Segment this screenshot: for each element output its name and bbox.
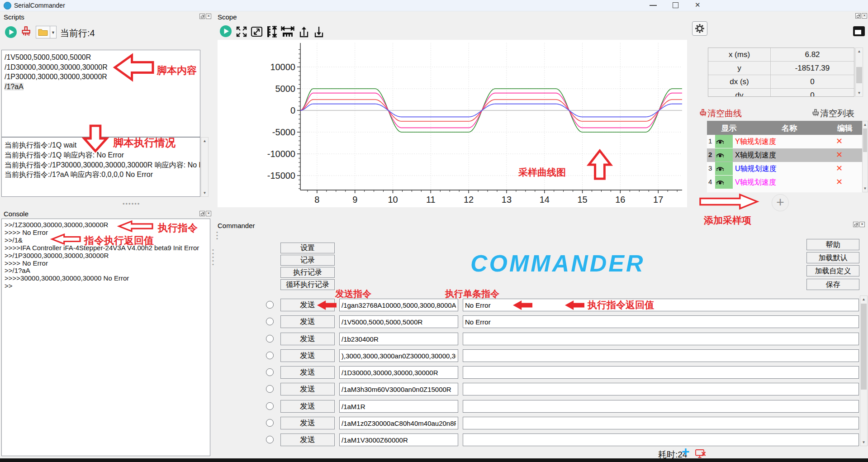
commander-float-icon[interactable]: [853, 222, 859, 227]
scope-vmeasure-button[interactable]: [265, 25, 279, 38]
scroll-down-icon[interactable]: ▼: [856, 90, 863, 96]
splitter-handle[interactable]: ••••••: [123, 200, 140, 207]
command-row-radio[interactable]: [266, 436, 274, 443]
scope-close-icon[interactable]: ✕: [862, 13, 867, 19]
display-error-icon[interactable]: [695, 449, 706, 458]
maximize-button[interactable]: [673, 2, 678, 8]
curve-row[interactable]: 2X轴规划速度✕: [707, 148, 862, 162]
command-input[interactable]: [339, 366, 458, 379]
clear-curves-button[interactable]: 清空曲线: [699, 108, 742, 119]
command-row-radio[interactable]: [266, 318, 274, 325]
command-input[interactable]: [339, 400, 458, 413]
response-field[interactable]: [463, 383, 859, 395]
send-button[interactable]: 发送: [280, 333, 335, 345]
curve-visibility-toggle[interactable]: [715, 135, 733, 148]
scroll-up-icon[interactable]: ▲: [856, 48, 863, 55]
curve-visibility-toggle[interactable]: [715, 162, 733, 175]
command-row-radio[interactable]: [266, 368, 274, 376]
response-field[interactable]: [463, 433, 859, 446]
scroll-down-icon[interactable]: ▼: [860, 439, 867, 446]
send-button[interactable]: 发送: [280, 383, 335, 395]
response-field[interactable]: [463, 417, 859, 429]
console-output[interactable]: >>/1Z30000,30000,30000,30000R>>>> No Err…: [1, 219, 210, 456]
commander-close-icon[interactable]: ✕: [859, 222, 865, 227]
scope-fit-button[interactable]: [250, 25, 264, 38]
open-dropdown-button[interactable]: ▼: [50, 26, 57, 38]
scrollbar-thumb[interactable]: [861, 304, 867, 390]
scope-run-button[interactable]: [219, 25, 232, 38]
command-row-radio[interactable]: [266, 419, 274, 427]
scroll-up-icon[interactable]: ▲: [201, 138, 208, 144]
command-row-radio[interactable]: [266, 385, 274, 393]
commander-scrollbar[interactable]: ▲ ▼: [860, 295, 868, 446]
scope-chart[interactable]: 1000050000-5000-10000-150008910111213141…: [218, 40, 687, 207]
scope-export-button[interactable]: [297, 25, 311, 38]
command-input[interactable]: [339, 333, 458, 345]
curve-delete-button[interactable]: ✕: [836, 177, 843, 187]
commander-config-button[interactable]: 加载自定义: [806, 265, 859, 276]
clear-list-button[interactable]: 清空列表: [811, 108, 854, 119]
send-button[interactable]: 发送: [280, 400, 335, 413]
command-input[interactable]: [339, 299, 458, 311]
commander-config-button[interactable]: 加载默认: [806, 252, 859, 263]
scope-float-icon[interactable]: [855, 13, 861, 19]
command-input[interactable]: [339, 315, 458, 328]
command-row-radio[interactable]: [266, 402, 274, 410]
command-row-radio[interactable]: [266, 352, 274, 359]
curve-delete-button[interactable]: ✕: [836, 136, 843, 146]
scrollbar-thumb[interactable]: [863, 129, 867, 152]
scope-settings-button[interactable]: [692, 21, 707, 36]
scripts-float-icon[interactable]: [199, 14, 205, 19]
console-float-icon[interactable]: [199, 211, 205, 216]
send-button[interactable]: 发送: [280, 433, 335, 446]
curve-visibility-toggle[interactable]: [715, 148, 733, 162]
curve-list-scrollbar[interactable]: ▲ ▼: [862, 121, 868, 192]
scroll-down-icon[interactable]: ▼: [201, 190, 208, 196]
command-row-radio[interactable]: [266, 301, 274, 309]
curve-delete-button[interactable]: ✕: [836, 163, 843, 173]
scroll-up-icon[interactable]: ▲: [863, 121, 868, 128]
scroll-down-icon[interactable]: ▼: [863, 185, 868, 192]
close-button[interactable]: ✕: [695, 1, 701, 9]
scroll-up-icon[interactable]: ▲: [860, 296, 867, 303]
send-button[interactable]: 发送: [280, 366, 335, 379]
layout-restore-button[interactable]: [852, 25, 866, 38]
response-field[interactable]: [463, 366, 859, 379]
curve-row[interactable]: 3U轴规划速度✕: [707, 162, 862, 176]
exec-log-scrollbar[interactable]: ▲ ▼: [201, 137, 209, 197]
response-field[interactable]: [463, 400, 859, 413]
vertical-splitter-handle[interactable]: •••••: [212, 248, 214, 266]
minimize-button[interactable]: [650, 5, 657, 6]
response-field[interactable]: [463, 349, 859, 362]
response-field[interactable]: [463, 333, 859, 345]
add-sample-button[interactable]: +: [772, 194, 789, 211]
commander-action-button[interactable]: 循环执行记录: [280, 279, 335, 290]
commander-config-button[interactable]: 帮助: [806, 239, 859, 250]
script-open-button[interactable]: [36, 26, 50, 38]
command-input[interactable]: [339, 417, 458, 429]
scope-hmeasure-button[interactable]: [280, 25, 295, 38]
command-input[interactable]: [339, 433, 458, 446]
curve-delete-button[interactable]: ✕: [836, 150, 843, 160]
script-editor[interactable]: /1V5000,5000,5000,5000R/1D30000,30000,30…: [1, 50, 200, 137]
command-input[interactable]: [339, 349, 458, 362]
commander-config-button[interactable]: 保存: [806, 279, 859, 290]
script-clear-button[interactable]: [20, 26, 32, 38]
send-button[interactable]: 发送: [280, 417, 335, 429]
curve-row[interactable]: 4V轴规划速度✕: [707, 176, 862, 189]
scope-save-button[interactable]: [312, 25, 326, 38]
info-table-scrollbar[interactable]: ▲ ▼: [855, 48, 863, 97]
command-input[interactable]: [339, 383, 458, 395]
commander-action-button[interactable]: 记录: [280, 255, 335, 266]
response-field[interactable]: [463, 315, 859, 328]
scripts-close-icon[interactable]: ✕: [206, 14, 211, 19]
curve-row[interactable]: 1Y轴规划速度✕: [707, 135, 862, 148]
script-run-button[interactable]: [5, 26, 17, 38]
commander-action-button[interactable]: 执行记录: [280, 267, 335, 278]
send-button[interactable]: 发送: [280, 349, 335, 362]
console-close-icon[interactable]: ✕: [206, 211, 211, 216]
commander-action-button[interactable]: 设置: [280, 243, 335, 253]
scrollbar-thumb[interactable]: [856, 67, 862, 83]
zoom-plus-icon[interactable]: +: [682, 445, 690, 458]
curve-visibility-toggle[interactable]: [715, 176, 733, 189]
